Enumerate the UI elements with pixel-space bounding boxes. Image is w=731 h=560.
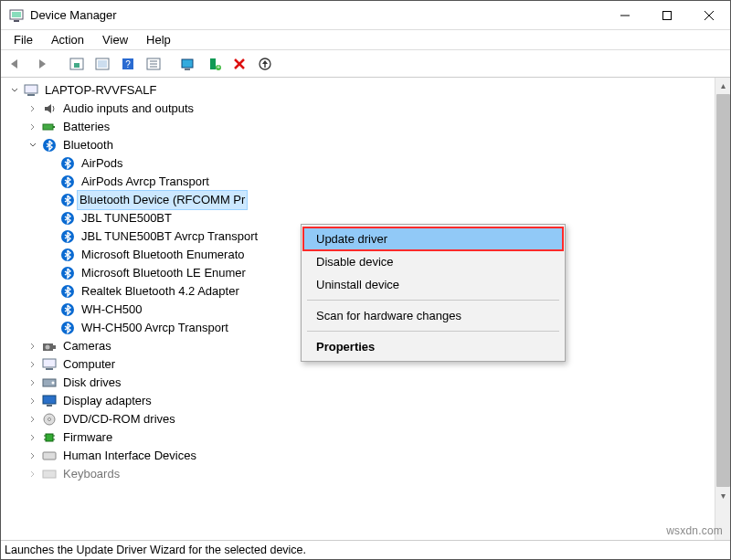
tree-category-disk[interactable]: Disk drives [5, 374, 714, 392]
svg-point-50 [52, 382, 55, 385]
chevron-right-icon[interactable] [26, 376, 39, 389]
tree-root[interactable]: LAPTOP-RVVFSALF [5, 81, 714, 100]
svg-rect-20 [185, 69, 190, 70]
scan-hardware-button[interactable] [176, 53, 200, 75]
bluetooth-icon [59, 321, 76, 335]
tree-category-bluetooth[interactable]: Bluetooth [5, 136, 714, 154]
scroll-thumb[interactable] [716, 94, 730, 487]
scroll-up-button[interactable]: ▴ [715, 78, 731, 93]
tree-label: Bluetooth [61, 136, 115, 154]
svg-rect-12 [98, 60, 107, 68]
svg-rect-55 [46, 434, 53, 441]
tree-label: Microsoft Bluetooth Enumerato [79, 246, 246, 264]
close-button[interactable] [688, 1, 730, 30]
svg-rect-60 [43, 452, 56, 460]
tree-label: AirPods [79, 154, 125, 173]
window-title: Device Manager [30, 8, 604, 22]
bluetooth-icon [59, 302, 76, 317]
tree-label: WH-CH500 [79, 301, 143, 319]
tree-label: DVD/CD-ROM drives [61, 410, 177, 428]
menu-help[interactable]: Help [139, 31, 178, 48]
svg-rect-52 [47, 405, 52, 407]
chevron-right-icon[interactable] [26, 431, 39, 444]
tree-label: Batteries [61, 118, 111, 136]
chevron-right-icon[interactable] [26, 395, 39, 407]
chevron-down-icon[interactable] [26, 139, 39, 152]
disc-icon [41, 412, 58, 427]
vertical-scrollbar[interactable]: ▴ ▾ [715, 78, 730, 540]
back-button[interactable] [5, 53, 28, 75]
svg-rect-29 [27, 94, 35, 96]
context-separator [307, 331, 559, 332]
chevron-right-icon[interactable] [26, 413, 39, 426]
status-bar: Launches the Update Driver Wizard for th… [1, 541, 730, 559]
context-uninstall-device[interactable]: Uninstall device [303, 273, 563, 296]
tree-label: WH-CH500 Avrcp Transport [79, 319, 230, 337]
tree-category-batteries[interactable]: Batteries [5, 118, 714, 136]
toolbar-separator [56, 53, 63, 75]
scroll-down-button[interactable]: ▾ [715, 488, 731, 503]
menu-action[interactable]: Action [44, 31, 91, 48]
svg-text:+: + [217, 64, 220, 70]
keyboard-icon [41, 467, 58, 481]
forward-button[interactable] [30, 53, 54, 75]
menu-view[interactable]: View [95, 31, 135, 48]
svg-rect-46 [53, 345, 56, 349]
context-update-driver[interactable]: Update driver [303, 227, 563, 250]
svg-rect-32 [53, 126, 55, 128]
tree-item-bt[interactable]: AirPods Avrcp Transport [5, 173, 714, 191]
svg-text:?: ? [125, 59, 131, 69]
menu-file[interactable]: File [6, 31, 40, 48]
bluetooth-icon [59, 193, 76, 207]
tree-category-display[interactable]: Display adapters [5, 392, 714, 410]
tree-category-audio[interactable]: Audio inputs and outputs [5, 100, 714, 118]
tree-category-firmware[interactable]: Firmware [5, 428, 714, 447]
svg-point-45 [46, 345, 50, 350]
svg-rect-61 [43, 470, 56, 478]
chevron-right-icon[interactable] [26, 102, 39, 115]
maximize-button[interactable] [646, 1, 688, 30]
tree-label: Cameras [61, 337, 113, 355]
app-icon [8, 7, 25, 24]
display-icon [41, 394, 58, 408]
chevron-right-icon[interactable] [26, 449, 39, 462]
chevron-right-icon[interactable] [26, 121, 39, 133]
tree-item-bt[interactable]: AirPods [5, 154, 714, 173]
svg-marker-7 [11, 59, 17, 69]
help-button[interactable]: ? [116, 53, 140, 75]
svg-rect-1 [12, 12, 21, 17]
bluetooth-icon [41, 138, 58, 153]
uninstall-button[interactable] [228, 53, 251, 75]
chevron-down-icon[interactable] [8, 84, 21, 97]
chevron-right-icon[interactable] [26, 340, 39, 353]
context-properties[interactable]: Properties [303, 335, 563, 358]
add-legacy-button[interactable]: + [202, 53, 226, 75]
toolbar-button-4[interactable] [142, 53, 165, 75]
bluetooth-icon [59, 229, 76, 244]
bluetooth-icon [59, 174, 76, 189]
toolbar-button-2[interactable] [90, 53, 114, 75]
svg-rect-51 [43, 396, 56, 404]
context-scan-hardware[interactable]: Scan for hardware changes [303, 304, 563, 327]
tree-item-bt-selected[interactable]: Bluetooth Device (RFCOMM Pr [5, 191, 714, 209]
menu-bar: File Action View Help [1, 30, 730, 50]
context-disable-device[interactable]: Disable device [303, 250, 563, 273]
svg-marker-30 [45, 104, 51, 113]
svg-rect-28 [25, 85, 37, 93]
svg-rect-10 [74, 63, 79, 68]
svg-rect-4 [663, 11, 672, 19]
tree-label: Audio inputs and outputs [61, 100, 196, 118]
bluetooth-icon [59, 248, 76, 262]
chip-icon [41, 430, 58, 445]
bluetooth-icon [59, 211, 76, 226]
tree-category-keyboards[interactable]: Keyboards [5, 465, 714, 483]
show-hidden-button[interactable] [65, 53, 89, 75]
update-driver-button[interactable] [253, 53, 277, 75]
computer-icon [23, 83, 39, 98]
tree-label: Human Interface Devices [61, 447, 198, 465]
minimize-button[interactable] [604, 1, 646, 30]
tree-category-dvd[interactable]: DVD/CD-ROM drives [5, 410, 714, 428]
chevron-right-icon[interactable] [26, 468, 39, 481]
chevron-right-icon[interactable] [26, 358, 39, 371]
tree-category-hid[interactable]: Human Interface Devices [5, 447, 714, 465]
